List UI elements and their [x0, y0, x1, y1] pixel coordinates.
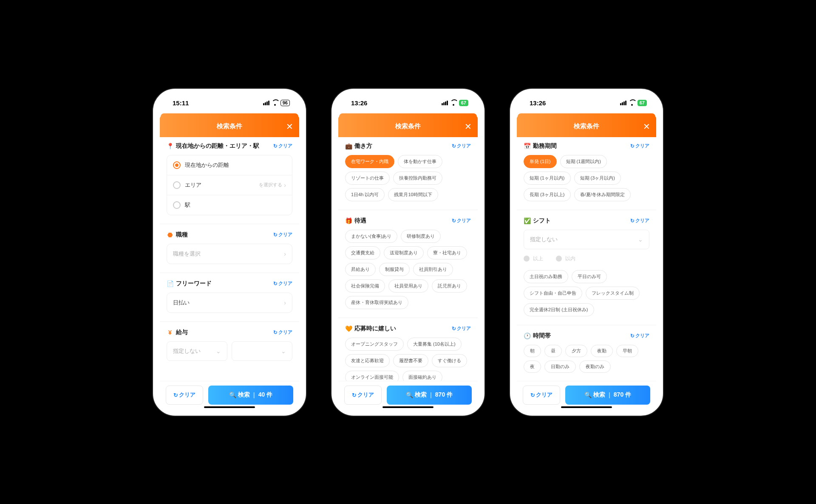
document-icon: 📄 [167, 280, 173, 287]
chip[interactable]: まかない(食事)あり [345, 230, 397, 243]
chip[interactable]: 夜 [524, 360, 541, 373]
shift-select[interactable]: 指定しない ⌄ [524, 230, 649, 249]
chip[interactable]: 長期 (3ヶ月以上) [524, 188, 571, 201]
clear-all-button[interactable]: クリア [166, 386, 203, 405]
radio-icon [173, 201, 181, 209]
search-icon: 🔍 [584, 391, 592, 398]
chip[interactable]: 産休・育休取得実績あり [345, 296, 408, 309]
chip[interactable]: 面接確約あり [402, 371, 442, 381]
chip[interactable]: 社員割引あり [413, 263, 453, 276]
cellular-icon [263, 101, 269, 105]
search-button[interactable]: 🔍 検索 | 870 件 [387, 386, 472, 405]
clear-timeslot[interactable]: クリア [630, 332, 649, 339]
chip[interactable]: 春/夏/冬休み期間限定 [574, 188, 631, 201]
close-icon[interactable]: ✕ [286, 121, 293, 132]
chip[interactable]: 制服貸与 [379, 263, 410, 276]
battery-icon: 67 [638, 100, 647, 106]
chip[interactable]: 社会保険完備 [345, 279, 385, 293]
chip[interactable]: 朝 [524, 345, 541, 357]
clear-all-button[interactable]: クリア [523, 386, 560, 405]
clear-jobtype[interactable]: クリア [273, 231, 292, 238]
phone-2: 13:26 67 検索条件 ✕ 💼働き方 クリア 在宅ワーク・内職 体を動かす仕… [332, 89, 484, 416]
chip[interactable]: 夜勤のみ [579, 360, 611, 373]
search-icon: 🔍 [229, 391, 236, 398]
chip[interactable]: 夜勤 [591, 345, 613, 357]
search-button[interactable]: 🔍 検索 | 40 件 [208, 386, 293, 405]
home-indicator [382, 406, 434, 408]
radio-icon [173, 161, 181, 169]
chip[interactable]: 寮・社宅あり [427, 246, 467, 259]
chip[interactable]: 託児所あり [432, 279, 467, 293]
chip[interactable]: 単発 (1日) [524, 155, 557, 168]
chip[interactable]: 送迎制度あり [384, 246, 424, 259]
chevron-right-icon: › [284, 299, 286, 306]
chip[interactable]: 日勤のみ [544, 360, 576, 373]
clear-workstyle[interactable]: クリア [452, 143, 471, 149]
close-icon[interactable]: ✕ [643, 121, 650, 132]
home-indicator [204, 406, 255, 408]
chip[interactable]: 友達と応募歓迎 [345, 354, 390, 367]
salary-amount-select[interactable]: ⌄ [232, 341, 292, 361]
chip[interactable]: 大量募集 (10名以上) [407, 338, 462, 351]
chip[interactable]: シフト自由・自己申告 [524, 287, 582, 300]
chip[interactable]: 短期 (1週間以内) [560, 155, 607, 168]
jobtype-select[interactable]: 職種を選択 › [167, 244, 292, 264]
clear-period[interactable]: クリア [630, 143, 649, 149]
section-apply: 🧡応募時に嬉しい クリア オープニングスタッフ 大量募集 (10名以上) 友達と… [345, 325, 471, 381]
chip[interactable]: 体を動かす仕事 [398, 155, 442, 168]
chip[interactable]: 平日のみ可 [572, 270, 607, 283]
chip[interactable]: 完全週休2日制 (土日祝休み) [524, 303, 594, 316]
modal-header: 検索条件 ✕ [160, 116, 299, 137]
chevron-right-icon: › [284, 182, 286, 189]
chip[interactable]: 履歴書不要 [393, 354, 428, 367]
chip[interactable]: リゾートの仕事 [345, 172, 390, 185]
chip[interactable]: フレックスタイム制 [586, 287, 640, 300]
benefits-chips: まかない(食事)あり 研修制度あり 交通費支給 送迎制度あり 寮・社宅あり 昇給… [345, 230, 471, 309]
chip[interactable]: 1日4h 以内可 [345, 188, 385, 201]
section-shift: ✅シフト クリア 指定しない ⌄ 以上 以内 土日祝のみ勤務 平日のみ可 シフト… [524, 217, 649, 316]
status-time: 15:11 [173, 99, 189, 107]
wifi-icon [629, 101, 635, 106]
close-icon[interactable]: ✕ [465, 121, 472, 132]
workstyle-chips: 在宅ワーク・内職 体を動かす仕事 リゾートの仕事 扶養控除内勤務可 1日4h 以… [345, 155, 471, 201]
range-max[interactable]: 以内 [556, 255, 575, 262]
chip[interactable]: 扶養控除内勤務可 [393, 172, 442, 185]
gift-icon: 🎁 [345, 217, 352, 224]
chip[interactable]: オープニングスタッフ [345, 338, 404, 351]
chip[interactable]: 短期 (1ヶ月以内) [524, 172, 571, 185]
chip[interactable]: 昼 [544, 345, 562, 357]
salary-type-select[interactable]: 指定しない ⌄ [167, 341, 227, 361]
status-time: 13:26 [530, 99, 546, 107]
modal-header: 検索条件 ✕ [517, 116, 656, 137]
status-right: 67 [620, 100, 647, 106]
chip[interactable]: 在宅ワーク・内職 [345, 155, 394, 168]
chip[interactable]: すぐ働ける [432, 354, 467, 367]
section-location: 📍現在地からの距離・エリア・駅 クリア 現在地からの距離 エリア を選択する› … [167, 142, 292, 215]
chip[interactable]: 昇給あり [345, 263, 376, 276]
clear-shift[interactable]: クリア [630, 217, 649, 224]
freeword-input[interactable]: 日払い › [167, 293, 292, 313]
chip[interactable]: オンライン面接可能 [345, 371, 399, 381]
section-salary: ¥給与 クリア 指定しない ⌄ ⌄ [167, 329, 292, 361]
chip[interactable]: 社員登用あり [388, 279, 428, 293]
chip[interactable]: 夕方 [565, 345, 587, 357]
chip[interactable]: 土日祝のみ勤務 [524, 270, 568, 283]
clear-freeword[interactable]: クリア [273, 280, 292, 287]
chip[interactable]: 短期 (3ヶ月以内) [574, 172, 621, 185]
radio-area[interactable]: エリア を選択する› [167, 175, 292, 195]
clear-apply[interactable]: クリア [452, 325, 471, 332]
chip[interactable]: 交通費支給 [345, 246, 380, 259]
clear-location[interactable]: クリア [273, 143, 292, 149]
radio-distance[interactable]: 現在地からの距離 [167, 155, 292, 175]
clear-all-button[interactable]: クリア [344, 386, 382, 405]
chip[interactable]: 研修制度あり [401, 230, 441, 243]
status-right: 96 [263, 100, 290, 106]
range-min[interactable]: 以上 [524, 255, 543, 262]
radio-station[interactable]: 駅 [167, 195, 292, 215]
search-button[interactable]: 🔍 検索 | 870 件 [565, 386, 650, 405]
clear-salary[interactable]: クリア [273, 329, 292, 335]
chip[interactable]: 残業月10時間以下 [388, 188, 438, 201]
radio-icon [173, 181, 181, 189]
clear-benefits[interactable]: クリア [452, 217, 471, 224]
chip[interactable]: 早朝 [616, 345, 638, 357]
